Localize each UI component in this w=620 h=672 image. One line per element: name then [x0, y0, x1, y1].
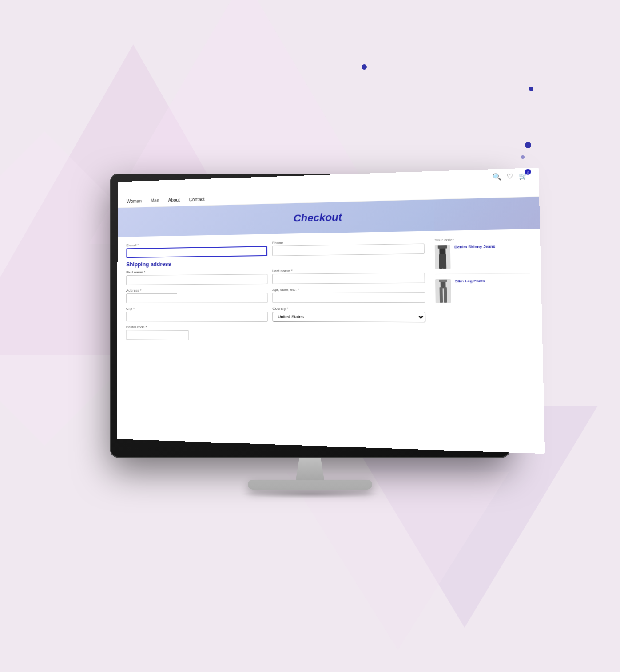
postal-label: Postal code * [126, 325, 189, 329]
phone-input[interactable] [272, 244, 425, 256]
address-label: Address * [126, 288, 268, 293]
nav-item-woman[interactable]: Woman [127, 198, 142, 204]
order-item-1-image [435, 245, 451, 269]
monitor-bezel: 🔍 ♡ 🛒 2 Woman Man About Contact [110, 174, 510, 458]
monitor-shadow [239, 490, 381, 498]
nav-item-man[interactable]: Man [151, 198, 159, 203]
last-name-input[interactable] [272, 273, 425, 284]
wishlist-icon[interactable]: ♡ [507, 172, 514, 180]
decorative-dot-4 [521, 155, 525, 159]
pants-figure-icon [436, 280, 451, 303]
webpage: 🔍 ♡ 🛒 2 Woman Man About Contact [117, 168, 545, 454]
bg-shape-4 [287, 472, 509, 650]
monitor-screen: 🔍 ♡ 🛒 2 Woman Man About Contact [117, 168, 545, 454]
country-select[interactable]: United States Canada United Kingdom Aust… [272, 312, 425, 322]
country-group: Country * United States Canada United Ki… [272, 307, 425, 323]
svg-rect-5 [440, 287, 443, 303]
order-item-2: Slim Leg Pants [435, 278, 531, 308]
cart-badge: 2 [525, 169, 531, 175]
order-item-1-details: Denim Skinny Jeans [454, 244, 496, 269]
email-phone-row: E-mail * Phone [126, 238, 425, 258]
shipping-title: Shipping address [126, 258, 425, 268]
apt-group: Apt, suite, etc. * [272, 287, 425, 303]
postal-input[interactable] [126, 330, 189, 340]
monitor-frame: 🔍 ♡ 🛒 2 Woman Man About Contact [110, 174, 510, 458]
address-input[interactable] [126, 293, 268, 303]
svg-rect-2 [443, 254, 447, 269]
postal-group: Postal code * [126, 325, 189, 340]
decorative-dot-3 [525, 142, 531, 148]
monitor-wrapper: 🔍 ♡ 🛒 2 Woman Man About Contact [110, 174, 510, 498]
monitor-base [248, 480, 372, 490]
monitor-neck [292, 458, 328, 480]
last-name-group: Last name * [272, 267, 425, 284]
checkout-title: Checkout [127, 207, 529, 228]
phone-group: Phone [272, 238, 425, 256]
nav-item-about[interactable]: About [168, 198, 180, 203]
email-group: E-mail * [126, 241, 267, 258]
order-item-2-image [435, 279, 451, 303]
city-label: City * [126, 307, 268, 311]
address-group: Address * [126, 288, 268, 303]
first-name-input[interactable] [126, 274, 267, 285]
apt-label: Apt, suite, etc. * [272, 287, 425, 292]
first-name-label: First name * [126, 269, 267, 274]
country-label: Country * [272, 307, 425, 311]
nav-item-contact[interactable]: Contact [189, 197, 204, 202]
svg-rect-7 [439, 280, 447, 282]
order-item-1: Denim Skinny Jeans [435, 244, 530, 274]
first-name-group: First name * [126, 269, 267, 285]
order-item-2-details: Slim Leg Pants [455, 279, 485, 303]
your-order-label: Your order [435, 237, 529, 242]
svg-rect-6 [444, 287, 447, 303]
last-name-label: Last name * [272, 267, 425, 273]
search-icon[interactable]: 🔍 [492, 173, 501, 181]
order-item-2-name: Slim Leg Pants [455, 279, 485, 284]
main-content: E-mail * Phone Shipping address [117, 229, 543, 355]
form-area: E-mail * Phone Shipping address [126, 238, 426, 346]
address-row: Address * Apt, suite, etc. * [126, 287, 425, 303]
apt-input[interactable] [272, 292, 425, 303]
cart-icon[interactable]: 🛒 2 [519, 172, 528, 180]
email-input[interactable] [126, 246, 267, 258]
svg-rect-1 [439, 254, 443, 269]
postal-row: Postal code * [126, 325, 426, 342]
jeans-figure-icon [435, 245, 450, 269]
decorative-dot-1 [362, 64, 367, 70]
city-input[interactable] [126, 312, 268, 322]
svg-rect-3 [438, 245, 447, 249]
city-country-row: City * Country * United States Canada Un… [126, 307, 426, 323]
decorative-dot-2 [529, 87, 533, 91]
city-group: City * [126, 307, 268, 322]
order-item-1-name: Denim Skinny Jeans [454, 244, 495, 250]
order-summary: Your order [435, 237, 532, 347]
name-row: First name * Last name * [126, 267, 425, 285]
